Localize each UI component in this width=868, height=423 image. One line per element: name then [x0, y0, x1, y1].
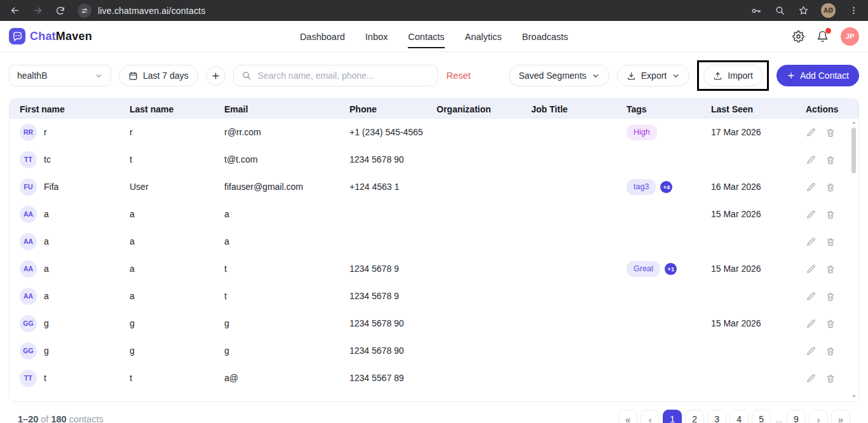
notifications-bell-icon[interactable]: [817, 30, 829, 43]
cell-email: a@: [224, 372, 349, 384]
edit-pencil-icon[interactable]: [806, 291, 817, 302]
import-label: Import: [728, 70, 753, 81]
nav-tab-analytics[interactable]: Analytics: [465, 21, 502, 52]
cell-email: t: [224, 262, 349, 275]
column-header: Job Title: [531, 104, 627, 114]
cell-first-name: AA a: [20, 288, 130, 305]
scrollbar-down-arrow[interactable]: [852, 395, 856, 398]
delete-trash-icon[interactable]: [825, 319, 836, 329]
brand-name: ChatMaven: [30, 30, 92, 43]
delete-trash-icon[interactable]: [825, 237, 836, 247]
search-field-wrap[interactable]: [233, 65, 438, 86]
contact-avatar: AA: [20, 233, 37, 250]
date-filter-button[interactable]: Last 7 days: [119, 65, 198, 86]
pagination-page-3[interactable]: 3: [707, 410, 726, 423]
pagination-page-2[interactable]: 2: [685, 410, 704, 423]
site-info-icon[interactable]: [78, 4, 92, 18]
pagination-page-4[interactable]: 4: [729, 410, 749, 423]
cell-phone: 1234 5678 9: [349, 262, 437, 275]
delete-trash-icon[interactable]: [825, 210, 836, 220]
add-contact-button[interactable]: Add Contact: [776, 65, 859, 86]
scrollbar-up-arrow[interactable]: [852, 121, 856, 124]
table-row: AA a a t 1234 5678 9 Great+1 15 Mar 2026: [10, 255, 858, 283]
cell-email: g: [224, 317, 349, 330]
first-name-text: tc: [44, 153, 51, 166]
browser-profile-avatar[interactable]: AØ: [821, 3, 836, 18]
edit-pencil-icon[interactable]: [806, 373, 817, 384]
cell-first-name: GG g: [20, 342, 130, 359]
delete-trash-icon[interactable]: [825, 373, 836, 384]
export-label: Export: [641, 70, 667, 81]
edit-pencil-icon[interactable]: [806, 182, 817, 192]
browser-back-icon[interactable]: [9, 5, 20, 17]
delete-trash-icon[interactable]: [825, 155, 836, 165]
nav-tab-contacts[interactable]: Contacts: [408, 21, 444, 52]
notification-dot: [825, 28, 831, 34]
delete-trash-icon[interactable]: [825, 264, 836, 274]
contact-avatar: GG: [20, 315, 37, 332]
cell-phone: 1234 5567 89: [349, 372, 437, 384]
table-row: TT t t a@ 1234 5567 89: [10, 365, 858, 392]
search-input[interactable]: [258, 70, 430, 81]
edit-pencil-icon[interactable]: [806, 346, 817, 356]
pagination-first-button[interactable]: «: [618, 410, 637, 423]
user-avatar[interactable]: JP: [841, 27, 859, 46]
main-nav: DashboardInboxContactsAnalyticsBroadcast…: [300, 21, 568, 52]
pagination-page-9[interactable]: 9: [787, 410, 806, 423]
delete-trash-icon[interactable]: [825, 182, 836, 192]
tag-more-badge[interactable]: +4: [660, 181, 672, 193]
add-filter-button[interactable]: [206, 66, 226, 86]
cell-last-seen: 15 Mar 2026: [711, 262, 806, 275]
brand-logo[interactable]: ChatMaven: [9, 28, 92, 44]
cell-last-seen: 15 Mar 2026: [711, 208, 806, 220]
table-footer: 1–20 of 180 contacts «‹12345...9›»: [0, 404, 868, 423]
settings-gear-icon[interactable]: [792, 30, 804, 43]
cell-email: fifauser@gmail.com: [224, 180, 349, 193]
nav-tab-dashboard[interactable]: Dashboard: [300, 21, 345, 52]
edit-pencil-icon[interactable]: [806, 318, 817, 329]
edit-pencil-icon[interactable]: [806, 264, 817, 274]
pagination-prev-button[interactable]: ‹: [641, 410, 660, 423]
edit-pencil-icon[interactable]: [806, 209, 817, 220]
cell-first-name: AA a: [20, 206, 130, 223]
edit-pencil-icon[interactable]: [806, 127, 817, 138]
pagination-last-button[interactable]: »: [831, 410, 850, 423]
reset-filters-link[interactable]: Reset: [447, 70, 471, 81]
plus-icon: [211, 71, 220, 81]
tag-more-badge[interactable]: +1: [665, 263, 677, 275]
pagination-page-1[interactable]: 1: [663, 410, 682, 423]
password-key-icon[interactable]: [750, 5, 762, 17]
cell-last-name: a: [130, 290, 224, 302]
nav-tab-broadcasts[interactable]: Broadcasts: [522, 21, 569, 52]
contact-avatar: FU: [20, 178, 37, 196]
bookmark-star-icon[interactable]: [797, 5, 809, 17]
pagination-page-5[interactable]: 5: [752, 410, 771, 423]
cell-phone: 1234 5678 90: [349, 344, 437, 357]
browser-menu-icon[interactable]: [848, 5, 859, 17]
delete-trash-icon[interactable]: [825, 346, 836, 356]
first-name-text: a: [44, 208, 49, 220]
cell-last-name: g: [130, 317, 224, 330]
delete-trash-icon[interactable]: [825, 128, 836, 138]
saved-segments-label: Saved Segments: [519, 70, 587, 81]
cell-phone: 1234 5678 90: [349, 153, 437, 166]
browser-forward-icon[interactable]: [32, 5, 43, 17]
first-name-text: g: [44, 317, 49, 330]
delete-trash-icon[interactable]: [825, 292, 836, 302]
export-dropdown[interactable]: Export: [617, 65, 689, 86]
column-header: Email: [224, 104, 349, 114]
pagination-next-button[interactable]: ›: [809, 410, 828, 423]
edit-pencil-icon[interactable]: [806, 154, 817, 165]
scrollbar-thumb[interactable]: [851, 128, 856, 173]
table-scrollbar[interactable]: [850, 120, 857, 399]
search-tabs-icon[interactable]: [774, 5, 785, 17]
address-bar[interactable]: live.chatmaven.ai/contacts: [98, 6, 205, 16]
cell-actions: [806, 373, 853, 384]
pagination-ellipsis: ...: [774, 415, 783, 423]
edit-pencil-icon[interactable]: [806, 236, 817, 247]
segment-select[interactable]: healthB: [9, 65, 111, 86]
browser-reload-icon[interactable]: [55, 5, 66, 17]
import-button[interactable]: Import: [703, 65, 763, 86]
nav-tab-inbox[interactable]: Inbox: [365, 21, 388, 52]
saved-segments-dropdown[interactable]: Saved Segments: [509, 65, 609, 86]
